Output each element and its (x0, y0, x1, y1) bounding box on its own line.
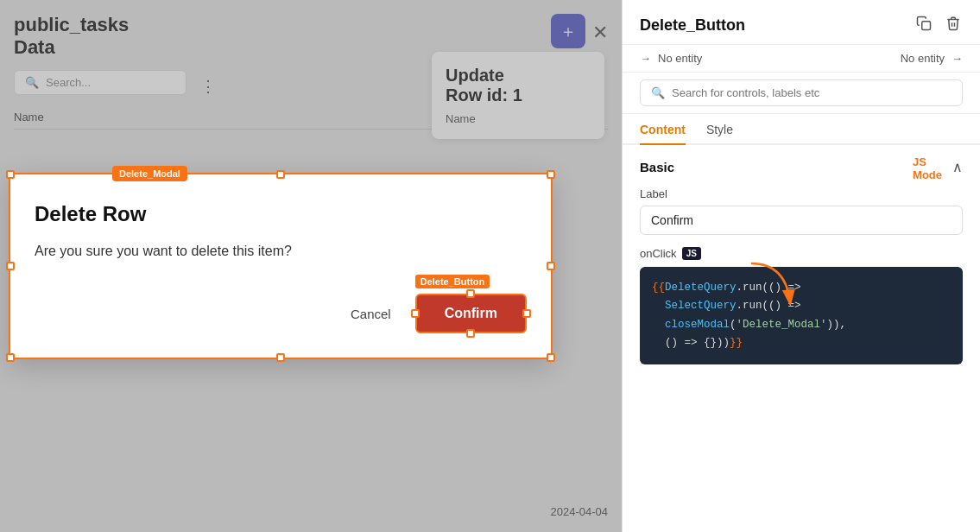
confirm-button-wrapper: Delete_Button Confirm (415, 294, 527, 333)
right-panel: Delete_Button → No entity No enti (622, 0, 980, 532)
delete-modal: Delete Row Are you sure you want to dele… (9, 173, 553, 359)
entity-left-text: No entity (658, 52, 702, 65)
code-block[interactable]: {{DeleteQuery.run(() => SelectQuery.run(… (640, 267, 963, 364)
js-mode-label: JS Mode (913, 155, 942, 181)
resize-handle-bm[interactable] (276, 353, 285, 362)
resize-handle-rm[interactable] (547, 262, 555, 270)
panel-title: Delete_Button (640, 16, 745, 35)
delete-icon-button[interactable] (944, 14, 963, 37)
panel-icons (914, 14, 963, 37)
resize-handle-tr[interactable] (547, 170, 555, 179)
delete-button-tag: Delete_Button (415, 275, 490, 288)
cancel-button[interactable]: Cancel (337, 300, 405, 328)
app-background: public_tasks Data ＋ ✕ UpdateRow id: 1 Na… (0, 0, 622, 532)
search-row: 🔍 (623, 73, 980, 114)
delete-modal-tag: Delete_Modal (112, 166, 187, 181)
resize-handle-tl[interactable] (6, 170, 15, 179)
copy-icon-button[interactable] (914, 14, 933, 37)
label-field-label: Label (640, 187, 963, 200)
tab-content[interactable]: Content (640, 114, 686, 145)
onclick-label: onClick (640, 247, 677, 260)
modal-title: Delete Row (35, 202, 527, 226)
entity-row: → No entity No entity → (623, 45, 980, 73)
basic-section-header: Basic JS Mode ∧ (640, 159, 963, 175)
entity-right-text: No entity (901, 52, 945, 65)
svg-rect-0 (922, 22, 931, 30)
resize-handle-br[interactable] (547, 353, 555, 362)
resize-handle-lm[interactable] (6, 262, 15, 270)
resize-handle-bl[interactable] (6, 353, 15, 362)
resize-handle-tm[interactable] (276, 170, 285, 179)
code-line-4: () => (652, 337, 698, 349)
code-line-2: SelectQuery (652, 300, 737, 312)
arrow-right-icon: → (952, 52, 963, 65)
onclick-row: onClick JS (640, 247, 963, 260)
section-collapse-button[interactable]: ∧ (952, 159, 963, 175)
panel-body: Basic JS Mode ∧ Label onClick JS {{Delet… (623, 145, 980, 532)
code-line-1-start: {{ (652, 282, 665, 294)
js-badge: JS (682, 247, 701, 260)
btn-handle-tm[interactable] (466, 289, 475, 298)
confirm-button[interactable]: Confirm (415, 294, 527, 333)
panel-search-icon: 🔍 (651, 86, 665, 99)
panel-search-input[interactable] (672, 86, 952, 99)
btn-handle-lm[interactable] (411, 309, 420, 318)
tab-style[interactable]: Style (706, 114, 733, 145)
modal-message: Are you sure you want to delete this ite… (35, 244, 527, 259)
tabs-row: Content Style (623, 114, 980, 145)
basic-section-title: Basic (640, 160, 674, 174)
panel-header: Delete_Button (623, 0, 980, 45)
label-input[interactable] (640, 206, 963, 235)
arrow-left-icon: → (640, 52, 651, 65)
btn-handle-rm[interactable] (522, 309, 531, 318)
code-line-3: closeModal (652, 319, 730, 331)
btn-handle-bm[interactable] (466, 329, 475, 338)
